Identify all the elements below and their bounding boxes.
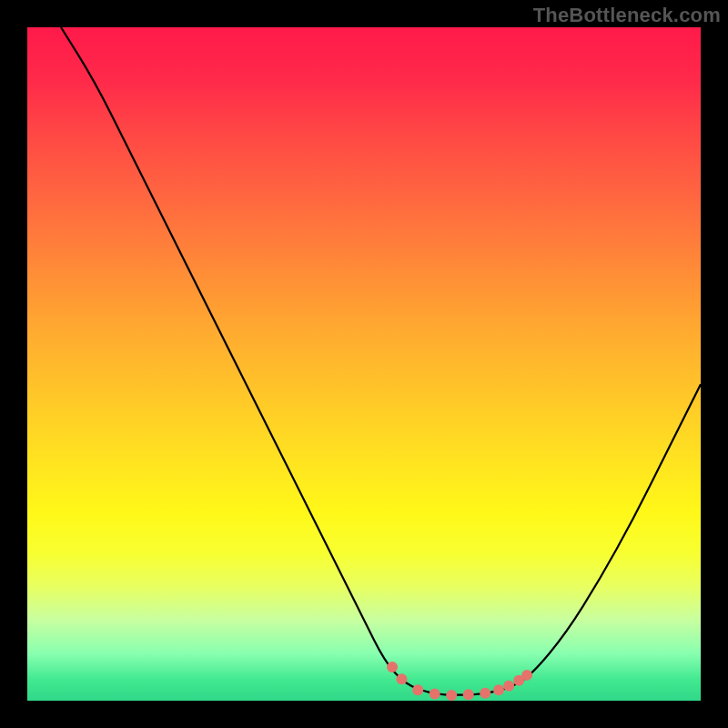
highlight-marker [396, 673, 407, 684]
highlight-marker [446, 690, 457, 701]
watermark-text: TheBottleneck.com [533, 4, 721, 27]
highlight-marker [430, 689, 440, 700]
chart-frame: TheBottleneck.com [0, 0, 728, 728]
highlight-marker [412, 684, 423, 695]
highlight-marker [463, 689, 474, 700]
highlight-marker [521, 670, 532, 681]
bottleneck-curve [61, 27, 701, 695]
highlight-marker [503, 681, 514, 692]
highlight-marker [387, 662, 398, 672]
chart-overlay [27, 27, 701, 701]
highlight-marker [493, 684, 504, 695]
highlight-marker [480, 688, 490, 699]
